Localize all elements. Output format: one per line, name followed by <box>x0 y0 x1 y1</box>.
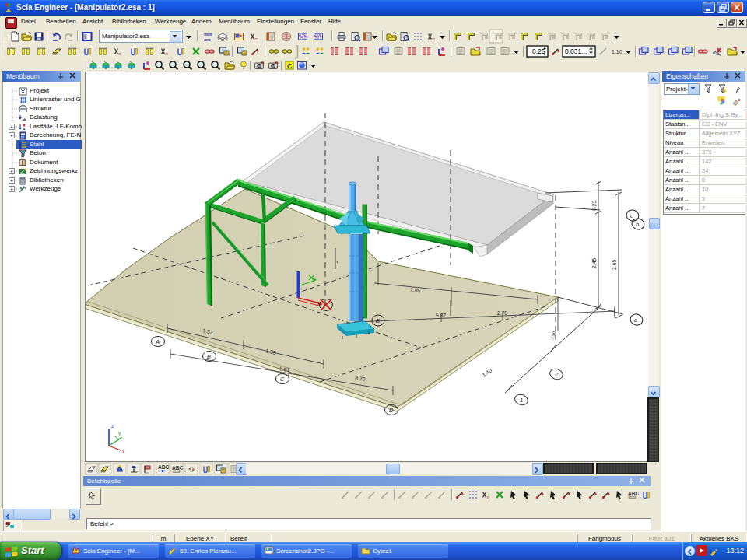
svg-text:2.70: 2.70 <box>497 310 508 316</box>
svg-text:1: 1 <box>520 397 523 404</box>
svg-text:B: B <box>207 353 211 360</box>
svg-text:0.031...: 0.031... <box>565 47 587 55</box>
svg-text:5.87: 5.87 <box>436 313 447 318</box>
svg-text:1.: 1. <box>336 261 340 265</box>
svg-text:a: a <box>634 317 637 324</box>
svg-text:x: x <box>122 449 125 454</box>
svg-text:c: c <box>630 212 633 219</box>
svg-text:0.20: 0.20 <box>591 201 597 211</box>
svg-text:0.25: 0.25 <box>532 47 545 55</box>
svg-text:b: b <box>636 221 639 228</box>
svg-text:A: A <box>155 338 160 345</box>
svg-text:C: C <box>280 376 285 383</box>
svg-text:D: D <box>389 407 394 414</box>
svg-text:2: 2 <box>554 371 559 378</box>
svg-text:y: y <box>118 430 121 436</box>
svg-text:2.45: 2.45 <box>591 258 597 268</box>
svg-text:2.65: 2.65 <box>612 260 617 270</box>
svg-text:B: B <box>376 317 380 324</box>
svg-text:9: 9 <box>5 522 9 527</box>
svg-text:z: z <box>111 423 114 429</box>
svg-text:1:10: 1:10 <box>612 49 622 54</box>
svg-text:1.40: 1.40 <box>481 367 493 378</box>
